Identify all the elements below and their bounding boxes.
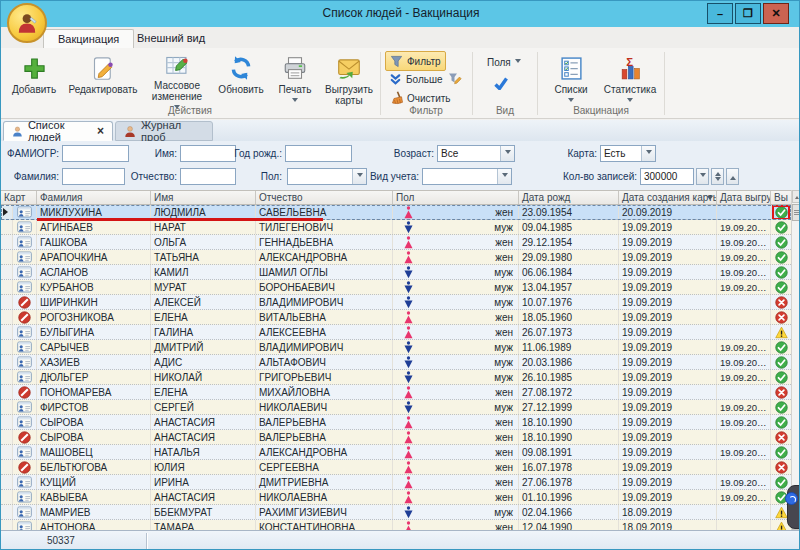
gender-select[interactable] [287,168,367,185]
ribbon-tab-vaccination[interactable]: Вакцинация [43,29,134,49]
table-row[interactable]: ШИРИНКИНАЛЕКСЕЙВЛАДИМИРОВИЧмуж10.07.1976… [1,295,791,310]
table-row[interactable]: ПОНОМАРЕВАЕЛЕНАМИХАЙЛОВНАжен27.08.197219… [1,385,791,400]
cell-export-date [717,385,771,399]
overlay-widget[interactable] [787,485,800,529]
mass-change-button[interactable]: Массовое изменение [143,50,211,112]
table-row[interactable]: БУЛЫГИНАГАЛИНААЛЕКСЕЕВНАжен26.07.197319.… [1,325,791,340]
lists-button[interactable]: Списки [546,50,596,112]
scrollbar-thumb[interactable] [792,204,800,221]
table-row[interactable]: РОГОЗНИКОВАЕЛЕНАВИТАЛЬЕВНАжен18.05.19601… [1,310,791,325]
export-cards-button[interactable]: Выгрузить карты [321,50,377,112]
table-row[interactable]: АРАПОЧКИНАТАТЬЯНААЛЕКСАНДРОВНАжен29.09.1… [1,250,791,265]
tab-people-list[interactable]: Список людей × [3,121,113,141]
lists-icon [559,52,584,84]
tab-close-icon[interactable]: × [97,124,104,138]
column-header-surname[interactable]: Фамилия [37,191,151,204]
tab-samples-journal[interactable]: Журнал проб [115,121,213,141]
cell-exported-flag [771,370,791,384]
fio-input[interactable] [62,145,129,162]
filter-button[interactable]: Фильтр [385,51,446,71]
table-row[interactable]: КАВЫЕВААНАСТАСИЯНИКОЛАЕВНАжен01.10.19961… [1,490,791,505]
cell-birthdate: 13.04.1957 [519,280,619,294]
column-header-name[interactable]: Имя [151,191,256,204]
table-row[interactable]: МАМРИЕВББЕКМУРАТРАХИМГИЗИЕВИЧмуж02.04.19… [1,505,791,520]
more-filters-button[interactable]: Больше [385,70,447,88]
column-header-export-date[interactable]: Дата выгру… [717,191,771,204]
edit-button[interactable]: Редактировать [65,50,141,112]
funnel-icon [390,55,403,68]
close-button[interactable]: ✕ [763,3,789,24]
table-row[interactable]: ХАЗИЕВАДИСАЛЬТАФОВИЧмуж20.03.198619.09.2… [1,355,791,370]
fields-button[interactable]: Поля [483,53,525,71]
patronymic-input[interactable] [180,168,236,185]
restore-button[interactable]: ❐ [735,3,761,24]
records-dropdown-button[interactable] [696,168,709,185]
records-up-button[interactable] [726,168,739,185]
accounting-label: Вид учета: [361,168,419,185]
cell-export-date: 19.09.20… [717,235,771,249]
table-row[interactable]: ДЮЛЬГЕРНИКОЛАЙГРИГОРЬЕВИЧмуж26.10.198519… [1,370,791,385]
cell-exported-flag [771,340,791,354]
cell-patronymic: МИХАЙЛОВНА [256,385,393,399]
records-count-input[interactable]: 300000 [640,168,694,185]
cell-export-date: 19.09.20… [717,370,771,384]
card-blocked-icon [13,430,37,444]
birthyear-input[interactable] [285,145,352,162]
chevron-down-icon[interactable] [497,169,511,184]
ribbon-tab-appearance[interactable]: Внешний вид [123,29,219,48]
cell-export-date: 19.09.20… [717,490,771,504]
female-icon [403,446,414,459]
chevron-down-icon[interactable] [641,146,655,161]
column-header-card[interactable]: Карт [1,191,37,204]
filter-editor-button[interactable] [444,70,466,88]
chevron-down-icon[interactable] [500,146,514,161]
cell-export-date: 19.09.20… [717,265,771,279]
cell-birthdate: 18.10.1990 [519,430,619,444]
column-header-card-created[interactable]: Дата создания карты [619,191,717,204]
visibility-check-button[interactable] [489,74,513,92]
age-select[interactable]: Все [437,145,515,162]
table-row[interactable]: АГИНБАЕВНАРАТТИЛЕГЕНОВИЧмуж09.04.198519.… [1,220,791,235]
group-label-vaccination: Вакцинация [538,105,664,116]
double-chevron-down-icon [389,73,402,86]
table-row[interactable]: ФИРСТОВСЕРГЕЙНИКОЛАЕВИЧмуж27.12.199919.0… [1,400,791,415]
titlebar: Список людей - Вакцинация – ❐ ✕ [1,1,800,27]
table-row[interactable]: АСЛАНОВКАМИЛШАМИЛ ОГЛЫмуж06.06.198419.09… [1,265,791,280]
table-row[interactable]: КУЩИЙИРИНАДМИТРИЕВНАжен27.06.197819.09.2… [1,475,791,490]
column-header-patronymic[interactable]: Отчество [256,191,393,204]
card-select[interactable]: Есть [600,145,656,162]
cell-patronymic: ГЕННАДЬЕВНА [256,235,393,249]
app-logo-icon[interactable] [7,3,47,43]
cell-surname: МИКЛУХИНА [37,205,151,219]
vertical-scrollbar[interactable] [791,190,800,530]
column-header-gender[interactable]: Пол [393,191,519,204]
document-tab-bar: Список людей × Журнал проб [1,120,800,142]
table-row[interactable]: СЫРОВААНАСТАСИЯВАЛЕРЬЕВНАжен18.10.199019… [1,430,791,445]
table-row[interactable]: БЕЛЬТЮГОВАЮЛИЯСЕРГЕЕВНАжен16.07.197819.0… [1,460,791,475]
refresh-button[interactable]: Обновить [213,50,269,112]
card-icon [13,445,37,459]
scroll-up-button[interactable] [792,190,800,203]
cell-gender: жен [393,325,519,339]
table-row[interactable]: САРЫЧЕВДМИТРИЙВЛАДИМИРОВИЧмуж11.06.19891… [1,340,791,355]
table-row[interactable]: СЫРОВААНАСТАСИЯВАЛЕРЬЕВНАжен18.10.199019… [1,415,791,430]
table-row[interactable]: МАШОВЕЦНАТАЛЬЯАЛЕКСАНДРОВНАжен09.08.1991… [1,445,791,460]
accounting-select[interactable] [422,168,512,185]
table-row[interactable]: КУРБАНОВМУРАТБОРОНБАЕВИЧмуж13.04.195719.… [1,280,791,295]
status-cross-icon [773,311,789,324]
minimize-button[interactable]: – [707,3,733,24]
cell-birthdate: 16.07.1978 [519,460,619,474]
add-button[interactable]: Добавить [5,50,63,112]
column-header-exported-flag[interactable]: Вы [771,191,791,204]
table-row[interactable]: ГАШКОВАОЛЬГАГЕННАДЬЕВНАжен29.12.195419.0… [1,235,791,250]
surname-input[interactable] [62,168,125,185]
status-check-icon [773,266,789,279]
cell-birthdate: 26.07.1973 [519,325,619,339]
cell-birthdate: 18.05.1960 [519,310,619,324]
statistics-button[interactable]: Статистика [599,50,661,112]
name-input[interactable] [180,145,236,162]
cell-exported-flag [771,265,791,279]
print-button[interactable]: Печать [271,50,319,112]
records-spinner[interactable] [711,168,724,185]
column-header-birthdate[interactable]: Дата рожд [519,191,619,204]
